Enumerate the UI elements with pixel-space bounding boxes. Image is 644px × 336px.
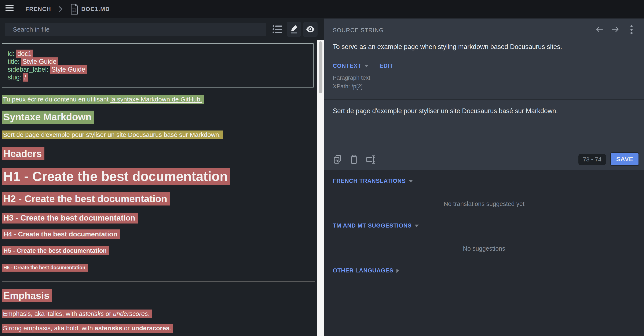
tm-empty-state: No suggestions	[324, 245, 644, 252]
chevron-down-icon	[364, 65, 368, 67]
scrollbar-thumb[interactable]	[318, 41, 322, 93]
more-options-icon[interactable]	[630, 25, 633, 35]
topbar: FRENCH M↓ DOC1.MD	[0, 0, 644, 18]
string-untranslated[interactable]: H6 - Create the best documentation	[2, 264, 88, 272]
svg-text:M↓: M↓	[72, 10, 75, 12]
string-untranslated[interactable]: H4 - Create the best documentation	[2, 229, 120, 239]
chevron-right-icon	[396, 269, 399, 273]
string-untranslated[interactable]: /	[23, 73, 28, 82]
heading-headers: Headers	[2, 148, 316, 159]
breadcrumb-language[interactable]: FRENCH	[26, 6, 51, 13]
copy-source-icon[interactable]	[333, 154, 342, 164]
string-untranslated[interactable]: Headers	[2, 147, 44, 160]
chevron-down-icon	[409, 180, 413, 183]
translation-input[interactable]: Sert de page d'exemple pour styliser un …	[333, 107, 558, 115]
document-panel: id: doc1 title: Style Guide sidebar_labe…	[0, 18, 324, 336]
translation-panel: SOURCE STRING To serve as an example pag…	[324, 18, 644, 336]
strings-list-icon[interactable]	[272, 25, 283, 34]
heading-h4: H4 - Create the best documentation	[2, 230, 316, 238]
preview-mode-button[interactable]	[303, 22, 318, 37]
string-untranslated[interactable]: doc1	[16, 50, 33, 58]
search-input[interactable]	[5, 23, 266, 36]
heading-emphasis: Emphasis	[2, 290, 316, 301]
heading-h3: H3 - Create the best documentation	[2, 214, 316, 222]
context-row: CONTEXT EDIT	[333, 63, 393, 69]
rename-string-icon[interactable]	[366, 155, 376, 164]
frontmatter-key: id:	[8, 50, 16, 57]
string-untranslated[interactable]: Emphasis	[2, 289, 52, 302]
heading-syntax: Syntaxe Markdown	[2, 111, 316, 123]
chevron-right-icon	[58, 6, 64, 13]
string-untranslated[interactable]: Strong emphasis, aka bold, with asterisk…	[2, 324, 173, 332]
paragraph-strong: Strong emphasis, aka bold, with asterisk…	[2, 324, 316, 332]
string-untranslated[interactable]: Emphasis, aka italics, with asterisks or…	[2, 309, 152, 318]
string-untranslated[interactable]: Style Guide	[21, 57, 58, 66]
eye-icon	[306, 26, 315, 33]
doc-link[interactable]: la syntaxe Markdown de GitHub.	[110, 96, 202, 103]
paragraph-emphasis: Emphasis, aka italics, with asterisks or…	[2, 310, 316, 318]
source-string-card: SOURCE STRING To serve as an example pag…	[324, 19, 644, 170]
paragraph-selected: Sert de page d'exemple pour styliser un …	[2, 131, 316, 139]
section-french-translations[interactable]: FRENCH TRANSLATIONS	[333, 178, 413, 184]
frontmatter-key: title:	[8, 58, 21, 65]
edit-mode-button[interactable]	[287, 22, 301, 37]
string-translated[interactable]: Tu peux écrire du contenu en utilisant l…	[2, 95, 204, 104]
document-scrollbar[interactable]	[317, 40, 324, 336]
string-untranslated[interactable]: H2 - Create the best documentation	[2, 192, 170, 206]
translations-empty-state: No translations suggested yet	[324, 200, 644, 207]
card-divider	[324, 99, 644, 100]
heading-h6: H6 - Create the best documentation	[2, 265, 316, 271]
string-untranslated[interactable]: H1 - Create the best documentation	[2, 168, 230, 185]
context-toggle[interactable]: CONTEXT	[333, 63, 361, 69]
delete-translation-icon[interactable]	[350, 154, 358, 164]
save-button[interactable]: SAVE	[610, 152, 639, 166]
chevron-down-icon	[415, 225, 419, 227]
heading-h2: H2 - Create the best documentation	[2, 193, 316, 205]
frontmatter-block: id: doc1 title: Style Guide sidebar_labe…	[2, 43, 314, 87]
string-untranslated[interactable]: H3 - Create the best documentation	[2, 213, 138, 224]
horizontal-rule	[2, 281, 315, 282]
heading-h5: H5 - Create the best documentation	[2, 247, 316, 254]
frontmatter-key: sidebar_label:	[8, 66, 50, 73]
hamburger-menu-icon[interactable]	[6, 5, 14, 13]
heading-h1: H1 - Create the best documentation	[2, 169, 316, 184]
string-untranslated[interactable]: Style Guide	[50, 65, 87, 74]
context-xpath: XPath: /p[2]	[333, 82, 370, 91]
translation-toolbar	[333, 154, 376, 164]
translation-editor: FRENCH M↓ DOC1.MD	[0, 0, 644, 336]
context-meta: Paragraph text XPath: /p[2]	[333, 74, 370, 91]
document-content: id: doc1 title: Style Guide sidebar_labe…	[2, 43, 316, 332]
section-other-languages[interactable]: OTHER LANGUAGES	[333, 267, 399, 274]
character-counter: 73 • 74	[578, 154, 606, 165]
string-untranslated[interactable]: H5 - Create the best documentation	[2, 246, 109, 255]
section-tm-mt-suggestions[interactable]: TM AND MT SUGGESTIONS	[333, 222, 419, 229]
breadcrumb-filename[interactable]: DOC1.MD	[81, 6, 110, 13]
string-selected[interactable]: Sert de page d'exemple pour styliser un …	[2, 130, 223, 139]
next-string-button[interactable]	[611, 25, 619, 33]
paragraph-intro: Tu peux écrire du contenu en utilisant l…	[2, 95, 316, 103]
previous-string-button[interactable]	[596, 25, 604, 33]
string-translated[interactable]: Syntaxe Markdown	[2, 111, 94, 124]
source-string-label: SOURCE STRING	[333, 27, 384, 34]
context-type: Paragraph text	[333, 74, 370, 82]
frontmatter-key: slug:	[8, 74, 23, 81]
pencil-icon	[289, 24, 298, 34]
markdown-file-icon: M↓	[70, 4, 79, 15]
source-string-text: To serve as an example page when styling…	[333, 43, 562, 51]
edit-context-button[interactable]: EDIT	[380, 63, 393, 69]
